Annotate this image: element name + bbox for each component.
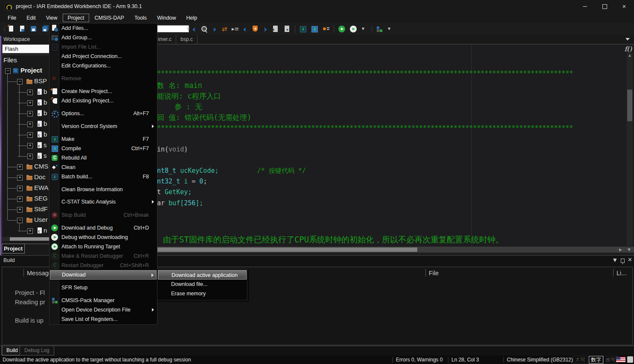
- menu-item-c-stat-static-analysis[interactable]: C-STAT Static Analysis: [50, 197, 157, 207]
- menu-item-add-existing-project[interactable]: Add Existing Project...: [50, 96, 157, 105]
- menu-item-add-project-connection[interactable]: Add Project Connection...: [50, 52, 157, 61]
- menu-item-make[interactable]: MakeF7: [50, 134, 157, 144]
- menu-item-compile[interactable]: CompileCtrl+F7: [50, 144, 157, 153]
- editor-vscrollbar[interactable]: ▲: [627, 53, 633, 246]
- collapse-icon[interactable]: −: [17, 218, 23, 223]
- scroll-right-icon[interactable]: ▶: [619, 248, 622, 252]
- menu-file[interactable]: File: [3, 14, 21, 22]
- bookmark-list-icon[interactable]: ▸≡: [232, 25, 238, 33]
- prev-file-icon[interactable]: [272, 25, 279, 33]
- ime-caps-indicator[interactable]: 大写: [573, 356, 587, 364]
- nav-back-icon[interactable]: ‹: [192, 24, 197, 34]
- debug-more-caret-icon[interactable]: ▼: [387, 24, 391, 34]
- next-file-icon[interactable]: [283, 25, 291, 33]
- expand-icon[interactable]: +: [27, 100, 33, 106]
- menu-item-add-files[interactable]: Add Files...: [50, 23, 157, 33]
- menu-item-save-list-of-registers[interactable]: Save List of Registers...: [50, 314, 157, 324]
- ime-num-indicator[interactable]: 数字: [589, 356, 603, 364]
- keyboard-layout-flag-icon[interactable]: [616, 357, 625, 362]
- expand-icon[interactable]: +: [17, 164, 23, 170]
- editor-hscrollbar-thumb[interactable]: [156, 248, 417, 252]
- menu-project[interactable]: Project: [63, 14, 90, 22]
- breakpoint-list-icon[interactable]: [322, 25, 330, 33]
- menu-view[interactable]: View: [41, 14, 63, 22]
- close-button[interactable]: ×: [614, 0, 634, 13]
- expand-icon[interactable]: +: [17, 196, 23, 202]
- expand-icon[interactable]: +: [17, 207, 23, 213]
- touch-keyboard-icon[interactable]: [627, 356, 633, 363]
- menu-item-import-file-list[interactable]: Import File List...: [50, 42, 157, 52]
- menu-item-options[interactable]: Options...Alt+F7: [50, 109, 157, 118]
- column-header-file[interactable]: File: [429, 270, 439, 277]
- menu-item-download[interactable]: Download: [50, 270, 157, 280]
- menu-item-edit-configurations[interactable]: Edit Configurations...: [50, 61, 157, 70]
- menu-item-cmsis-pack-manager[interactable]: CMSIS-Pack Manager: [50, 296, 157, 305]
- scroll-up-icon[interactable]: ▲: [627, 53, 633, 58]
- compile-icon[interactable]: [311, 25, 318, 33]
- debug-without-downloading-icon[interactable]: [349, 25, 357, 33]
- expand-icon[interactable]: +: [27, 111, 33, 116]
- menu-item-remove[interactable]: Remove: [50, 74, 157, 83]
- menu-item-clean[interactable]: Clean: [50, 163, 157, 172]
- submenu-item-download-file[interactable]: Download file...: [158, 280, 247, 289]
- menu-cmsis-dap[interactable]: CMSIS-DAP: [89, 14, 129, 22]
- find-dropdown-caret-icon[interactable]: ▼: [186, 24, 190, 34]
- menu-item-version-control-system[interactable]: Version Control System: [50, 122, 157, 131]
- bookmark-toggle-icon[interactable]: ⇄: [221, 25, 228, 33]
- submenu-item-erase-memory[interactable]: Erase memory: [158, 289, 247, 298]
- menu-window[interactable]: Window: [152, 14, 181, 22]
- maximize-button[interactable]: [595, 0, 614, 13]
- menu-item-make-restart-debugger[interactable]: Make & Restart DebuggerCtrl+R: [50, 251, 157, 261]
- menu-item-clean-browse-information[interactable]: Clean Browse Information: [50, 185, 157, 194]
- menu-item-batch-build[interactable]: Batch build...F8: [50, 172, 157, 181]
- cmsis-pack-icon[interactable]: [375, 25, 383, 33]
- save-all-icon[interactable]: [41, 25, 49, 33]
- editor-hscrollbar[interactable]: ▶ ▼: [154, 247, 634, 253]
- find-icon[interactable]: [201, 25, 208, 33]
- expand-icon[interactable]: +: [17, 186, 23, 191]
- expand-icon[interactable]: +: [27, 143, 33, 149]
- pin-icon[interactable]: [621, 259, 625, 263]
- expand-icon[interactable]: +: [27, 228, 33, 234]
- expand-icon[interactable]: +: [27, 154, 33, 159]
- next-bookmark-icon[interactable]: ›: [263, 24, 268, 34]
- column-header-line[interactable]: Li...: [617, 270, 626, 277]
- menu-item-stop-build[interactable]: Stop BuildCtrl+Break: [50, 210, 157, 220]
- menu-item-debug-without-downloading[interactable]: Debug without Downloading: [50, 233, 157, 242]
- expand-icon[interactable]: +: [27, 132, 33, 138]
- split-caret-icon[interactable]: ▼: [628, 248, 631, 252]
- open-document-icon[interactable]: [19, 25, 26, 33]
- menu-item-restart-debugger[interactable]: Restart DebuggerCtrl+Shift+R: [50, 261, 157, 270]
- new-document-icon[interactable]: [8, 25, 15, 33]
- collapse-icon[interactable]: −: [5, 68, 11, 74]
- menu-item-create-new-project[interactable]: Create New Project...: [50, 87, 157, 96]
- breakpoint-shield-icon[interactable]: [251, 25, 259, 33]
- menu-item-add-group[interactable]: Add Group...: [50, 33, 157, 42]
- tab-debug-log[interactable]: Debug Log: [20, 346, 54, 355]
- panel-close-icon[interactable]: ✕: [628, 256, 632, 263]
- code-area[interactable]: ****************************************…: [154, 35, 634, 247]
- expand-icon[interactable]: +: [27, 122, 33, 127]
- menu-help[interactable]: Help: [181, 14, 203, 22]
- build-more-caret-icon[interactable]: ▼: [361, 24, 365, 34]
- menu-tools[interactable]: Tools: [129, 14, 152, 22]
- make-icon[interactable]: [299, 25, 307, 33]
- collapse-icon[interactable]: −: [17, 79, 23, 84]
- ime-overwrite-indicator[interactable]: 改写: [603, 356, 618, 364]
- nav-forward-icon[interactable]: ›: [212, 24, 217, 34]
- menu-item-attach-to-running-target[interactable]: Attach to Running Target: [50, 242, 157, 251]
- submenu-item-download-active-application[interactable]: Download active application: [158, 270, 247, 280]
- menu-item-download-and-debug[interactable]: Download and DebugCtrl+D: [50, 223, 157, 233]
- editor-vscrollbar-thumb[interactable]: [627, 90, 632, 121]
- prev-bookmark-icon[interactable]: ‹: [242, 24, 247, 34]
- expand-icon[interactable]: +: [27, 90, 33, 95]
- panel-menu-caret-icon[interactable]: ▼: [613, 257, 617, 263]
- download-and-debug-icon[interactable]: [338, 25, 346, 33]
- menu-item-open-device-description-file[interactable]: Open Device Description File: [50, 305, 157, 314]
- menu-item-sfr-setup[interactable]: SFR Setup: [50, 283, 157, 292]
- menu-edit[interactable]: Edit: [21, 14, 41, 22]
- save-icon[interactable]: [30, 25, 38, 33]
- menu-item-rebuild-all[interactable]: Rebuild All: [50, 153, 157, 163]
- expand-icon[interactable]: +: [17, 175, 23, 181]
- workspace-tab-project[interactable]: Project: [2, 244, 25, 253]
